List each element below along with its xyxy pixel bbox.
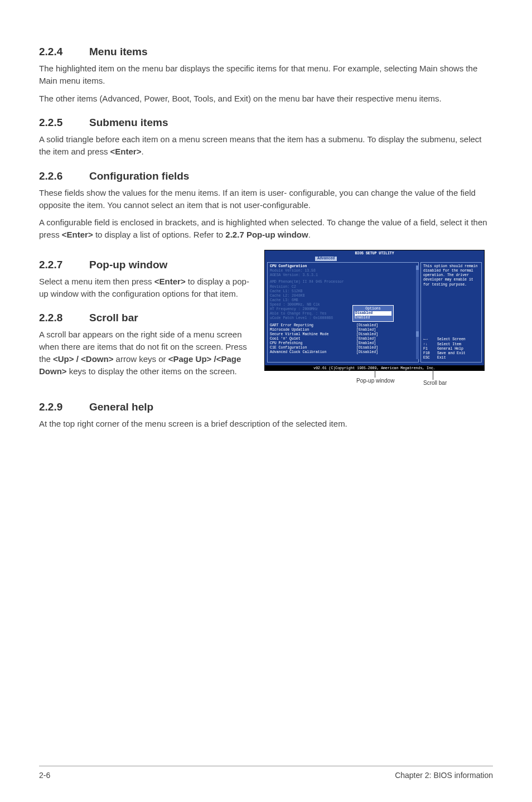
heading-225: 2.2.5Submenu items xyxy=(39,117,493,129)
heading-num: 2.2.5 xyxy=(39,117,89,129)
p-224-2: The other items (Advanced, Power, Boot, … xyxy=(39,93,493,105)
bios-popup-title: Options xyxy=(355,307,391,311)
bios-row-coolnquiet: Cool 'n' Quiet[Enabled] xyxy=(270,337,416,341)
heading-227: 2.2.7Pop-up window xyxy=(39,259,253,271)
heading-title: Submenu items xyxy=(89,117,168,128)
bios-popup-window: Options Disabled Enabled xyxy=(352,305,394,322)
bios-row-microcode: Microcode Updation[Enabled] xyxy=(270,328,416,332)
bios-screenshot: BIOS SETUP UTILITY Advanced CPU Configur… xyxy=(264,250,485,389)
bios-callout-labels: Pop-up window Scroll bar xyxy=(264,372,485,389)
bios-nav-row: F1General Help xyxy=(423,347,479,351)
bios-able: Able to Change Freq. : Yes xyxy=(270,312,416,316)
bios-row-c1e: C1E Configuration[Disabled] xyxy=(270,346,416,350)
bios-l1: Cache L1: 512KB xyxy=(270,289,416,294)
bios-body: CPU Configuration Module Version: 13.58 … xyxy=(265,261,484,364)
bios-row-gart: GART Error Reporting[Disabled] xyxy=(270,323,416,328)
heading-229: 2.2.9General help xyxy=(39,401,493,413)
heading-title: Menu items xyxy=(89,46,148,57)
bios-scroll-thumb xyxy=(416,265,419,270)
p-228-1: A scroll bar appears on the right side o… xyxy=(39,328,253,377)
bios-tab-advanced: Advanced xyxy=(315,257,337,261)
bios-agesa-version: AGESA Version: 3.5.3.1 xyxy=(270,273,416,278)
p-229-1: At the top right corner of the menu scre… xyxy=(39,418,493,430)
bios-title: BIOS SETUP UTILITY xyxy=(265,250,484,257)
callout-line xyxy=(375,370,375,378)
bios-l3: Cache L3: 6MB xyxy=(270,298,416,303)
heading-num: 2.2.8 xyxy=(39,312,89,324)
bios-help-text: This option should remain disabled for t… xyxy=(423,264,479,287)
bios-revision: Revision: C2 xyxy=(270,285,416,289)
heading-226: 2.2.6Configuration fields xyxy=(39,170,493,182)
p-226-2: A configurable field is enclosed in brac… xyxy=(39,216,493,241)
heading-num: 2.2.9 xyxy=(39,401,89,413)
bios-scrollbar xyxy=(416,265,419,359)
bios-row-clock: Advanced Clock Calibration[Disabled] xyxy=(270,350,416,355)
p-226-1: These fields show the values for the men… xyxy=(39,187,493,211)
callout-line xyxy=(433,370,433,380)
heading-title: Pop-up window xyxy=(89,259,167,270)
p-225-1: A solid triangle before each item on a m… xyxy=(39,133,493,158)
callout-popup-label: Pop-up window xyxy=(356,378,394,384)
bios-module-version: Module Version: 13.58 xyxy=(270,269,416,273)
heading-title: Configuration fields xyxy=(89,170,189,182)
bios-side-panel: This option should remain disabled for t… xyxy=(420,262,482,363)
bios-nav-row: ←→Select Screen xyxy=(423,337,479,342)
bios-popup-option-enabled: Enabled xyxy=(355,316,391,320)
bios-speed: Speed : 3000MHz, NB Clk xyxy=(270,303,416,307)
heading-title: Scroll bar xyxy=(89,312,138,323)
bios-row-svm: Secure Virtual Machine Mode[Disabled] xyxy=(270,332,416,337)
bios-l2: Cache L2: 2048KB xyxy=(270,294,416,298)
heading-224: 2.2.4Menu items xyxy=(39,46,493,58)
page-number: 2-6 xyxy=(39,771,50,780)
bios-nav-row: F10Save and Exit xyxy=(423,351,479,356)
bios-ucode: uCode Patch Level : 0x10000B6 xyxy=(270,316,416,321)
bios-ht: HT Frequency : 2000MHz xyxy=(270,307,416,312)
bios-nav-row: ESCExit xyxy=(423,356,479,360)
heading-num: 2.2.4 xyxy=(39,46,89,58)
bios-cpu-config: CPU Configuration xyxy=(270,264,416,269)
p-227-1: Select a menu item then press <Enter> to… xyxy=(39,276,253,300)
p-224-1: The highlighted item on the menu bar dis… xyxy=(39,62,493,87)
page-footer: 2-6 Chapter 2: BIOS information xyxy=(39,766,493,780)
chapter-label: Chapter 2: BIOS information xyxy=(395,771,493,780)
bios-nav-keys: ←→Select Screen ↑↓Select Item F1General … xyxy=(423,337,479,360)
bios-main-panel: CPU Configuration Module Version: 13.58 … xyxy=(267,262,419,363)
heading-num: 2.2.6 xyxy=(39,170,89,182)
heading-num: 2.2.7 xyxy=(39,259,89,271)
bios-cpu-name: AMD Phenom(tm) II X4 945 Processor xyxy=(270,280,416,284)
heading-228: 2.2.8Scroll bar xyxy=(39,312,253,324)
bios-popup-option-disabled: Disabled xyxy=(355,311,391,316)
bios-scroll-thumb xyxy=(416,331,419,337)
bios-screen: BIOS SETUP UTILITY Advanced CPU Configur… xyxy=(264,250,485,366)
callout-scrollbar-label: Scroll bar xyxy=(423,380,447,386)
heading-title: General help xyxy=(89,401,153,413)
bios-nav-row: ↑↓Select Item xyxy=(423,342,479,347)
bios-row-prefetch: CPU Prefetching[Enabled] xyxy=(270,341,416,346)
